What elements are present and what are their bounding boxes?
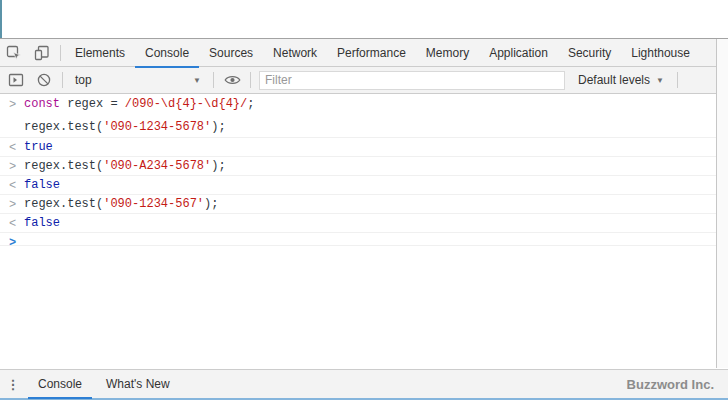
console-result-row: <true [0,138,728,157]
log-levels-dropdown[interactable]: Default levels ▼ [569,73,673,87]
toolbar-separator [677,72,678,88]
console-result-row: <false [0,214,728,233]
toolbar-separator [250,72,251,88]
execution-context-selector[interactable]: top ▼ [67,73,209,87]
tab-memory[interactable]: Memory [416,39,479,67]
execution-context-value: top [75,73,92,87]
prompt-chevron-icon: > [9,160,16,174]
show-console-sidebar-button[interactable] [2,67,30,93]
drawer-tab-console[interactable]: Console [26,370,94,399]
result-arrow-icon: < [9,141,16,155]
prompt-chevron-icon: > [9,198,16,212]
tab-label: Lighthouse [631,46,690,60]
tab-security[interactable]: Security [558,39,621,67]
chevron-down-icon: ▼ [193,76,201,85]
drawer-tab-whats-new[interactable]: What's New [94,370,182,399]
result-arrow-icon: < [9,179,16,193]
page-edge-accent [0,0,2,38]
tab-label: Memory [426,46,469,60]
console-sidebar-icon [8,72,24,88]
console-code-line: false [24,179,706,192]
tab-label: Network [273,46,317,60]
console-command-row: >regex.test('090-A234-5678'); [0,157,728,176]
tab-network[interactable]: Network [263,39,327,67]
tabbar-separator [60,45,61,61]
chevron-down-icon: ▼ [656,76,664,85]
tab-label: Console [145,46,189,60]
console-filter-input[interactable] [259,71,565,90]
tab-sources[interactable]: Sources [199,39,263,67]
tab-label: Sources [209,46,253,60]
brand-label: Buzzword Inc. [627,377,714,392]
console-messages: >const regex = /090-\d{4}-\d{4}/;regex.t… [0,94,728,369]
tab-elements[interactable]: Elements [65,39,135,67]
console-scrollbar[interactable] [716,39,728,368]
log-levels-value: Default levels [578,73,650,87]
console-command-row: >const regex = /090-\d{4}-\d{4}/;regex.t… [0,94,728,138]
console-code-line: false [24,217,706,230]
console-code-line: regex.test('090-A234-5678'); [24,160,706,173]
console-code-line: regex.test('090-1234-5678'); [24,121,706,134]
tab-application[interactable]: Application [479,39,558,67]
page-background [0,0,728,38]
inspect-cursor-icon [6,45,22,61]
console-prompt-row[interactable]: > [0,233,728,246]
tab-console[interactable]: Console [135,39,199,67]
console-code-line: regex.test('090-1234-567'); [24,198,706,211]
toggle-device-toolbar-button[interactable] [28,40,56,66]
drawer-tab-label: Console [38,377,82,391]
console-result-row: <false [0,176,728,195]
tab-label: Elements [75,46,125,60]
clear-console-icon [36,72,52,88]
tab-label: Performance [337,46,406,60]
prompt-chevron-icon: > [9,98,16,112]
more-tools-button[interactable]: ⋮ [0,370,26,398]
drawer-tab-label: What's New [106,377,170,391]
console-toolbar: top ▼ Default levels ▼ [0,67,728,94]
console-code-line: true [24,141,706,154]
devtools-panel: Elements Console Sources Network Perform… [0,38,728,400]
drawer-tabbar: ⋮ Console What's New Buzzword Inc. [0,369,728,398]
device-toolbar-icon [34,45,50,61]
tab-lighthouse[interactable]: Lighthouse [621,39,700,67]
eye-icon [224,72,241,88]
live-expression-button[interactable] [218,67,246,93]
console-command-row: >regex.test('090-1234-567'); [0,195,728,214]
clear-console-button[interactable] [30,67,58,93]
prompt-chevron-icon: > [9,236,16,250]
tab-performance[interactable]: Performance [327,39,416,67]
more-vertical-icon: ⋮ [7,377,20,392]
console-code-line: const regex = /090-\d{4}-\d{4}/; [24,98,706,111]
tab-label: Application [489,46,548,60]
devtools-tabbar: Elements Console Sources Network Perform… [0,39,728,67]
toolbar-separator [62,72,63,88]
tab-label: Security [568,46,611,60]
result-arrow-icon: < [9,217,16,231]
inspect-element-button[interactable] [0,40,28,66]
toolbar-separator [213,72,214,88]
